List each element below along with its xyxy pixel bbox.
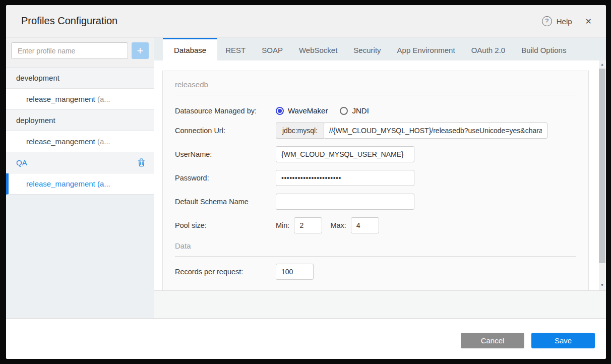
profile-group-label: QA bbox=[16, 158, 27, 167]
datasource-row: Datasource Managed by: WaveMaker JNDI bbox=[175, 106, 576, 115]
username-label: UserName: bbox=[175, 150, 276, 158]
sidebar-item-development[interactable]: development bbox=[6, 68, 154, 89]
tab-oauth[interactable]: OAuth 2.0 bbox=[463, 38, 514, 60]
help-link[interactable]: Help bbox=[557, 17, 572, 26]
jdbc-prefix-addon: jdbc:mysql: bbox=[276, 123, 324, 139]
scroll-down-arrow-icon[interactable]: ▼ bbox=[599, 283, 605, 287]
pool-min-input[interactable] bbox=[294, 217, 322, 233]
delete-profile-trash-icon[interactable] bbox=[138, 158, 145, 167]
tab-content-viewport: releasedb Datasource Managed by: WaveMak… bbox=[154, 60, 606, 290]
profile-list: development release_mangement (a... depl… bbox=[6, 67, 154, 195]
profile-child-suffix: (a... bbox=[95, 179, 110, 188]
profile-name-input[interactable] bbox=[11, 42, 128, 59]
header-actions: ? Help ✕ bbox=[542, 5, 592, 37]
sidebar-item-deployment-db[interactable]: release_mangement (a... bbox=[6, 131, 154, 152]
close-icon[interactable]: ✕ bbox=[585, 17, 592, 26]
tab-bar: Database REST SOAP WebSocket Security Ap… bbox=[154, 38, 606, 60]
help-question-icon[interactable]: ? bbox=[542, 16, 552, 26]
section-divider bbox=[175, 256, 576, 257]
add-profile-button[interactable]: + bbox=[132, 42, 149, 59]
db-section-title: releasedb bbox=[175, 80, 576, 89]
records-row: Records per request: bbox=[175, 264, 576, 280]
records-label: Records per request: bbox=[175, 268, 276, 276]
sidebar-item-deployment[interactable]: deployment bbox=[6, 110, 154, 131]
jndi-radio[interactable] bbox=[340, 107, 348, 115]
profile-child-suffix: (a... bbox=[95, 95, 110, 103]
schema-row: Default Schema Name bbox=[175, 194, 576, 210]
connection-url-row: Connection Url: jdbc:mysql: bbox=[175, 123, 576, 139]
tab-app-environment[interactable]: App Environment bbox=[389, 38, 463, 60]
password-input[interactable] bbox=[276, 170, 414, 186]
section-divider bbox=[175, 95, 576, 95]
pool-min-label: Min: bbox=[276, 221, 289, 229]
tab-security[interactable]: Security bbox=[345, 38, 389, 60]
tab-database[interactable]: Database bbox=[163, 38, 217, 60]
tab-soap[interactable]: SOAP bbox=[254, 38, 291, 60]
connection-url-input[interactable] bbox=[324, 123, 547, 139]
vertical-scrollbar[interactable]: ▲ ▼ bbox=[599, 60, 605, 290]
profile-child-label: release_mangement bbox=[26, 179, 95, 188]
cancel-button[interactable]: Cancel bbox=[461, 333, 524, 348]
profile-child-label: release_mangement bbox=[26, 95, 95, 103]
username-row: UserName: bbox=[175, 146, 576, 162]
profile-group-label: deployment bbox=[16, 116, 55, 125]
profile-create-bar: + bbox=[6, 38, 154, 67]
datasource-label: Datasource Managed by: bbox=[175, 107, 276, 115]
main-panel: Database REST SOAP WebSocket Security Ap… bbox=[154, 38, 606, 318]
connection-url-label: Connection Url: bbox=[175, 127, 276, 135]
scrollbar-thumb[interactable] bbox=[599, 69, 605, 263]
pool-size-label: Pool size: bbox=[175, 221, 276, 229]
dialog-header: Profiles Configuration ? Help ✕ bbox=[6, 5, 606, 38]
schema-label: Default Schema Name bbox=[175, 198, 276, 206]
wavemaker-radio-label[interactable]: WaveMaker bbox=[288, 106, 328, 115]
wavemaker-radio[interactable] bbox=[276, 107, 284, 115]
records-input[interactable] bbox=[276, 264, 314, 280]
datasource-radio-group: WaveMaker JNDI bbox=[276, 106, 381, 115]
connection-url-group: jdbc:mysql: bbox=[276, 123, 547, 139]
password-label: Password: bbox=[175, 174, 276, 182]
dialog-body: + development release_mangement (a... de… bbox=[6, 38, 606, 318]
sidebar-item-qa-db-selected[interactable]: release_mangement (a... bbox=[6, 173, 154, 195]
schema-input[interactable] bbox=[276, 194, 414, 210]
content-bottom-strip bbox=[154, 290, 606, 318]
password-row: Password: bbox=[175, 170, 576, 186]
save-button[interactable]: Save bbox=[531, 333, 595, 348]
jndi-radio-label[interactable]: JNDI bbox=[352, 106, 369, 115]
profiles-sidebar: + development release_mangement (a... de… bbox=[6, 38, 154, 318]
tab-websocket[interactable]: WebSocket bbox=[291, 38, 345, 60]
dialog-title: Profiles Configuration bbox=[21, 5, 117, 37]
dialog-footer: Cancel Save bbox=[6, 318, 606, 359]
username-input[interactable] bbox=[276, 146, 414, 162]
sidebar-item-qa[interactable]: QA bbox=[6, 152, 154, 173]
profile-child-label: release_mangement bbox=[26, 137, 95, 146]
tab-rest[interactable]: REST bbox=[217, 38, 254, 60]
profile-child-suffix: (a... bbox=[95, 137, 110, 146]
tab-build-options[interactable]: Build Options bbox=[513, 38, 574, 60]
profile-group-label: development bbox=[16, 74, 59, 82]
database-config-card: releasedb Datasource Managed by: WaveMak… bbox=[162, 71, 589, 290]
pool-size-row: Pool size: Min: Max: bbox=[175, 217, 576, 233]
data-section-title: Data bbox=[175, 241, 576, 250]
sidebar-item-development-db[interactable]: release_mangement (a... bbox=[6, 89, 154, 110]
pool-max-input[interactable] bbox=[351, 217, 379, 233]
profiles-configuration-dialog: Profiles Configuration ? Help ✕ + develo… bbox=[6, 5, 606, 359]
pool-max-label: Max: bbox=[330, 221, 346, 229]
scroll-up-arrow-icon[interactable]: ▲ bbox=[599, 63, 605, 66]
